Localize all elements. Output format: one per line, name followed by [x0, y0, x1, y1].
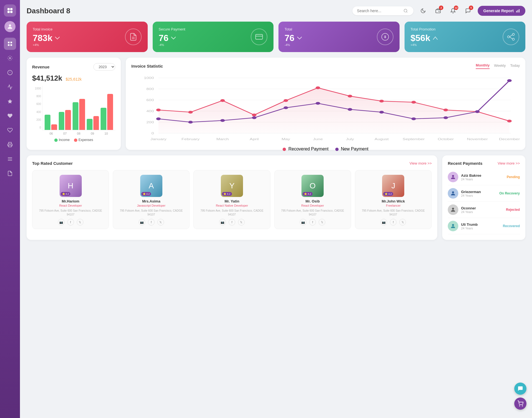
instagram-icon[interactable]: 📷	[300, 219, 306, 225]
customers-view-more[interactable]: View more >>	[410, 161, 432, 165]
income-bar	[45, 115, 50, 130]
search-bar	[352, 6, 413, 15]
payment-status-pending: Pending	[507, 175, 520, 179]
year-select[interactable]: 2023 2022 2021	[93, 63, 115, 71]
stat-card-promotion: Total Promotion $56k +4%	[405, 22, 526, 52]
recovered-dot	[411, 101, 416, 104]
sidebar-item-analytics[interactable]	[4, 81, 16, 93]
customer-card-johnwick: J ⭐ 4.2 Mr.John Wick Freelancer 795 Fols…	[355, 170, 432, 229]
sidebar-logo[interactable]	[4, 4, 16, 17]
recovered-dot-legend	[283, 148, 286, 151]
fab-container	[514, 383, 526, 410]
tab-today[interactable]: Today	[510, 63, 520, 69]
svg-line-19	[406, 12, 407, 12]
customers-grid: H ⭐ 4.2 Mr.Hariom React Developer 795 Fo…	[32, 170, 432, 229]
svg-rect-22	[516, 11, 517, 12]
customer-role: React Native Developer	[196, 204, 267, 207]
customer-socials: 📷 f 𝕏	[277, 219, 348, 225]
sidebar-item-info[interactable]	[4, 66, 16, 79]
line-chart-svg: 1000 800 600 400 200 0	[131, 72, 520, 144]
tab-weekly[interactable]: Weekly	[494, 63, 506, 69]
svg-marker-13	[8, 99, 12, 104]
invoice-header: Invoice Statistic Monthly Weekly Today	[131, 63, 520, 69]
svg-text:August: August	[375, 138, 389, 141]
svg-text:October: October	[438, 138, 454, 141]
svg-text:February: February	[181, 138, 200, 141]
instagram-icon[interactable]: 📷	[139, 219, 145, 225]
rating-badge: ⭐ 4.2	[303, 192, 313, 196]
sidebar-item-print[interactable]	[4, 139, 16, 151]
payments-view-more[interactable]: View more >>	[498, 161, 520, 165]
customer-name: Mr.Hariom	[35, 199, 106, 203]
twitter-icon[interactable]: 𝕏	[157, 219, 164, 225]
stat-card-content: Total Promotion $56k +4%	[411, 27, 438, 47]
instagram-icon[interactable]: 📷	[219, 219, 226, 225]
new-payment-dot	[220, 119, 225, 122]
payment-avatar-griezerman	[448, 188, 458, 199]
svg-text:March: March	[216, 138, 229, 141]
customers-header: Top Rated Customer View more >>	[32, 161, 432, 166]
theme-toggle-btn[interactable]	[418, 6, 428, 16]
customer-socials: 📷 f 𝕏	[196, 219, 267, 225]
stat-value: 76	[285, 33, 302, 43]
payments-header: Recent Payments View more >>	[448, 161, 520, 166]
tab-monthly[interactable]: Monthly	[476, 63, 490, 69]
stat-card-content: Total 76 -4%	[285, 27, 302, 47]
support-icon	[517, 386, 523, 392]
stat-card-content: Secure Payment 76 -4%	[159, 27, 185, 47]
income-dot	[54, 139, 58, 142]
chat-btn[interactable]: 5	[463, 6, 473, 16]
facebook-icon[interactable]: f	[148, 219, 155, 225]
sidebar-item-likes[interactable]	[4, 110, 16, 122]
bell-btn[interactable]: 12	[448, 6, 458, 16]
generate-report-label: Generate Report	[483, 9, 514, 13]
generate-report-button[interactable]: Generate Report	[478, 6, 525, 16]
customers-title: Top Rated Customer	[32, 161, 73, 166]
twitter-icon[interactable]: 𝕏	[238, 219, 245, 225]
support-fab[interactable]	[514, 383, 526, 395]
instagram-icon[interactable]: 📷	[58, 219, 65, 225]
sidebar-item-settings[interactable]	[4, 52, 16, 64]
sidebar-item-list[interactable]	[4, 153, 16, 165]
y-label: 0	[32, 126, 41, 129]
twitter-icon[interactable]: 𝕏	[77, 219, 83, 225]
stat-trend: +4%	[33, 43, 60, 47]
stat-trend: -4%	[159, 43, 185, 47]
facebook-icon[interactable]: f	[390, 219, 397, 225]
svg-text:April: April	[250, 138, 259, 141]
rating-badge: ⭐ 4.2	[61, 192, 71, 196]
sidebar-item-dashboard[interactable]	[4, 38, 16, 50]
cart-fab[interactable]	[514, 398, 526, 410]
wallet-btn[interactable]: 2	[433, 6, 443, 16]
payment-age: 24 Years	[461, 227, 500, 230]
instagram-icon[interactable]: 📷	[380, 219, 387, 225]
twitter-icon[interactable]: 𝕏	[319, 219, 325, 225]
svg-line-35	[510, 37, 512, 39]
stat-trend: +4%	[411, 43, 438, 47]
header: Dashboard 8 2 12 5 Generate Report	[27, 6, 525, 16]
svg-point-21	[439, 11, 439, 12]
recovered-dot	[220, 99, 225, 102]
sidebar-item-heart2[interactable]	[4, 124, 16, 136]
cart-icon	[517, 401, 523, 407]
payment-avatar-oconner	[448, 204, 458, 215]
payment-avatar-aziz	[448, 172, 458, 182]
sidebar-item-docs[interactable]	[4, 167, 16, 179]
facebook-icon[interactable]: f	[309, 219, 316, 225]
payment-icon	[255, 33, 263, 41]
rating-badge: ⭐ 4.2	[141, 192, 151, 196]
svg-rect-5	[8, 42, 10, 43]
trend-icon-up	[433, 36, 438, 40]
sidebar-item-favorites[interactable]	[4, 95, 16, 107]
search-input[interactable]	[357, 9, 401, 13]
facebook-icon[interactable]: f	[229, 219, 235, 225]
svg-point-66	[522, 406, 523, 406]
customer-role: React Developer	[277, 204, 348, 207]
customer-address: 795 Folsom Ave, Suite 600 San Francisco,…	[196, 209, 267, 217]
user-avatar[interactable]	[4, 21, 16, 32]
customer-socials: 📷 f 𝕏	[116, 219, 186, 225]
customer-card-asima: A ⭐ 4.2 Mrs.Asima Javascript Developer 7…	[113, 170, 190, 229]
twitter-icon[interactable]: 𝕏	[399, 219, 406, 225]
charts-row: Revenue 2023 2022 2021 $41,512k $25,612k…	[27, 58, 525, 150]
facebook-icon[interactable]: f	[67, 219, 74, 225]
